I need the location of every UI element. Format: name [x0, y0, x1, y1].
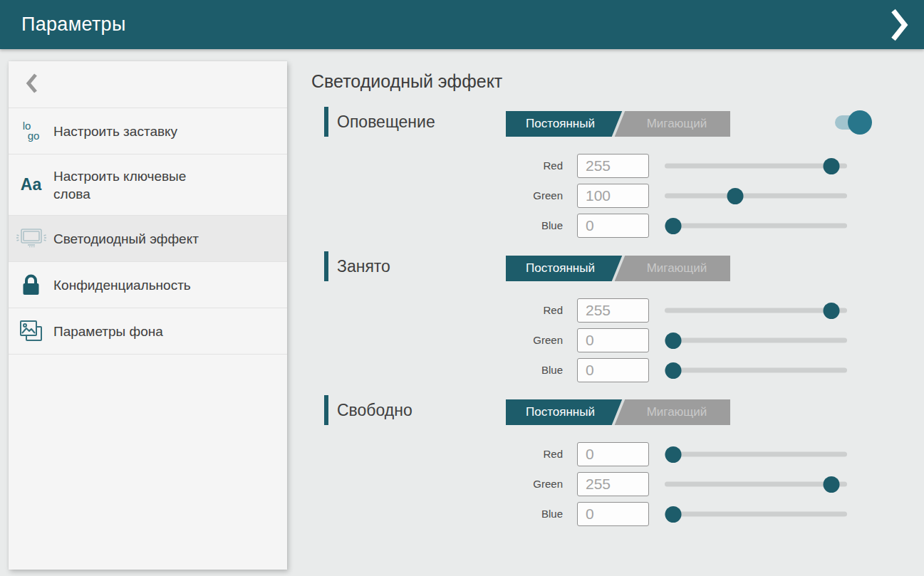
- slider-thumb[interactable]: [727, 188, 744, 204]
- blue-slider[interactable]: [665, 224, 847, 229]
- channel-label: Green: [492, 328, 563, 352]
- channel-row-blue: Blue: [0, 358, 924, 382]
- channel-row-red: Red: [0, 154, 924, 178]
- channel-label: Red: [492, 442, 563, 466]
- green-value-input[interactable]: [577, 184, 649, 208]
- mode-segmented-control: Постоянный Мигающий: [506, 399, 730, 425]
- slider-thumb[interactable]: [665, 506, 682, 523]
- red-value-input[interactable]: [577, 154, 649, 178]
- channel-row-blue: Blue: [0, 502, 924, 526]
- section-free: Свободно Постоянный Мигающий Red Green B…: [0, 395, 924, 538]
- channel-row-red: Red: [0, 442, 924, 466]
- mode-segmented-control: Постоянный Мигающий: [506, 111, 730, 137]
- slider-thumb[interactable]: [665, 362, 682, 379]
- green-slider[interactable]: [665, 338, 847, 343]
- slider-thumb[interactable]: [824, 303, 840, 319]
- slider-thumb[interactable]: [665, 446, 682, 463]
- channel-label: Blue: [492, 358, 563, 382]
- blue-value-input[interactable]: [577, 358, 649, 382]
- content-title: Светодиодный эффект: [311, 71, 502, 92]
- slider-thumb[interactable]: [824, 476, 840, 493]
- section-name: Занято: [337, 251, 390, 281]
- app-bar: Параметры: [0, 0, 924, 49]
- section-accent-bar: [324, 395, 328, 425]
- section-alert: Оповещение Постоянный Мигающий Red Green…: [0, 107, 924, 249]
- red-slider[interactable]: [665, 452, 847, 457]
- mode-blinking-button[interactable]: Мигающий: [623, 399, 730, 425]
- mode-blinking-button[interactable]: Мигающий: [623, 256, 730, 281]
- red-slider[interactable]: [665, 164, 847, 169]
- channel-label: Blue: [492, 214, 563, 238]
- channel-row-green: Green: [0, 472, 924, 496]
- blue-slider[interactable]: [665, 512, 847, 517]
- channel-row-green: Green: [0, 328, 924, 352]
- sidebar-collapse-button[interactable]: [9, 61, 287, 108]
- mode-solid-button[interactable]: Постоянный: [506, 111, 623, 137]
- alert-toggle-switch[interactable]: [834, 107, 878, 135]
- mode-segmented-control: Постоянный Мигающий: [506, 256, 730, 281]
- channel-label: Green: [492, 472, 563, 496]
- chevron-right-icon[interactable]: [887, 9, 911, 41]
- red-value-input[interactable]: [577, 442, 649, 466]
- green-slider[interactable]: [665, 482, 847, 487]
- section-name: Свободно: [337, 395, 412, 425]
- section-accent-bar: [324, 107, 328, 137]
- channel-row-blue: Blue: [0, 214, 924, 238]
- toggle-knob: [848, 110, 872, 135]
- green-value-input[interactable]: [577, 328, 649, 352]
- mode-blinking-button[interactable]: Мигающий: [623, 111, 730, 137]
- chevron-left-icon: [26, 73, 38, 97]
- section-accent-bar: [324, 251, 328, 281]
- red-value-input[interactable]: [577, 298, 649, 323]
- channel-label: Blue: [492, 502, 563, 526]
- channel-row-red: Red: [0, 298, 924, 323]
- channel-row-green: Green: [0, 184, 924, 208]
- blue-slider[interactable]: [665, 368, 847, 373]
- channel-label: Red: [492, 298, 563, 323]
- channel-label: Green: [492, 184, 563, 208]
- channel-label: Red: [492, 154, 563, 178]
- section-name: Оповещение: [337, 107, 435, 137]
- green-value-input[interactable]: [577, 472, 649, 496]
- page-title: Параметры: [21, 14, 126, 36]
- slider-thumb[interactable]: [665, 218, 682, 234]
- green-slider[interactable]: [665, 194, 847, 199]
- mode-solid-button[interactable]: Постоянный: [506, 399, 623, 425]
- blue-value-input[interactable]: [577, 214, 649, 238]
- blue-value-input[interactable]: [577, 502, 649, 526]
- section-busy: Занято Постоянный Мигающий Red Green Blu…: [0, 251, 924, 394]
- red-slider[interactable]: [665, 308, 847, 313]
- mode-solid-button[interactable]: Постоянный: [506, 256, 623, 281]
- slider-thumb[interactable]: [665, 332, 682, 349]
- slider-thumb[interactable]: [824, 158, 840, 174]
